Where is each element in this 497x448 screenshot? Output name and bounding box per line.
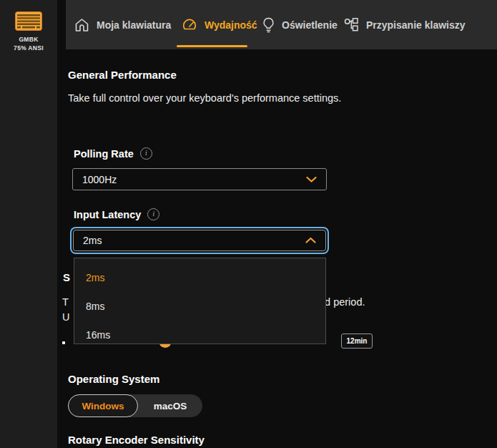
chevron-up-icon: [305, 238, 316, 244]
tab-moja-klawiatura[interactable]: Moja klawiatura: [74, 0, 171, 49]
tab-label: Oświetlenie: [282, 19, 338, 31]
device-name: GMBK: [0, 36, 57, 43]
tab-oswietlenie[interactable]: Oświetlenie: [262, 0, 338, 49]
key-binding-icon: [344, 17, 359, 32]
tab-wydajnosc[interactable]: Wydajność: [182, 0, 257, 49]
dropdown-option-16ms[interactable]: 16ms: [74, 325, 325, 344]
polling-rate-label: Polling Rate: [74, 148, 134, 160]
tab-label: Moja klawiatura: [97, 19, 171, 31]
polling-rate-label-row: Polling Rate i: [74, 147, 152, 160]
tab-label: Przypisanie klawiszy: [366, 19, 466, 31]
os-option-macos[interactable]: macOS: [138, 394, 202, 417]
input-latency-select[interactable]: 2ms: [73, 230, 326, 251]
sleep-timer-heading-fragment: S: [63, 271, 70, 283]
dropdown-option-2ms[interactable]: 2ms: [74, 268, 325, 287]
os-option-windows[interactable]: Windows: [68, 394, 138, 417]
info-icon[interactable]: i: [140, 147, 152, 160]
lightbulb-icon: [262, 17, 275, 33]
tab-przypisanie-klawiszy[interactable]: Przypisanie klawiszy: [344, 0, 466, 49]
operating-system-label: Operating System: [68, 373, 159, 385]
active-tab-underline: [177, 45, 247, 47]
sleep-timer-text-fragment: U: [62, 311, 69, 323]
input-latency-value: 2ms: [74, 235, 102, 246]
polling-rate-value: 1000Hz: [73, 174, 117, 185]
device-sidebar[interactable]: GMBK 75% ANSI: [0, 0, 57, 448]
polling-rate-select[interactable]: 1000Hz: [72, 168, 327, 190]
tab-label: Wydajność: [205, 19, 257, 31]
sleep-timer-value-badge: 12min: [341, 333, 373, 349]
gauge-icon: [182, 17, 197, 33]
top-nav: Moja klawiatura Wydajność Oświetlenie: [66, 0, 497, 49]
keyboard-icon[interactable]: [15, 11, 42, 31]
page-description: Take full control over your keyboard's p…: [68, 90, 363, 107]
chevron-down-icon: [306, 176, 317, 182]
input-latency-dropdown-menu: 2ms 8ms 16ms: [74, 258, 326, 344]
input-latency-label-row: Input Latency i: [74, 208, 159, 220]
os-toggle: Windows macOS: [68, 394, 202, 417]
sleep-timer-text-fragment: T: [62, 296, 69, 308]
info-icon[interactable]: i: [147, 208, 159, 220]
device-layout: 75% ANSI: [0, 44, 57, 52]
page-title: General Performance: [68, 69, 177, 81]
rotary-encoder-label: Rotary Encoder Sensitivity: [68, 434, 205, 446]
home-icon: [74, 18, 89, 32]
app-window: GMBK 75% ANSI Moja klawiatura Wydajność: [0, 0, 497, 448]
dropdown-option-8ms[interactable]: 8ms: [74, 296, 325, 316]
slider-track-end: [62, 341, 65, 344]
input-latency-label: Input Latency: [74, 209, 141, 220]
